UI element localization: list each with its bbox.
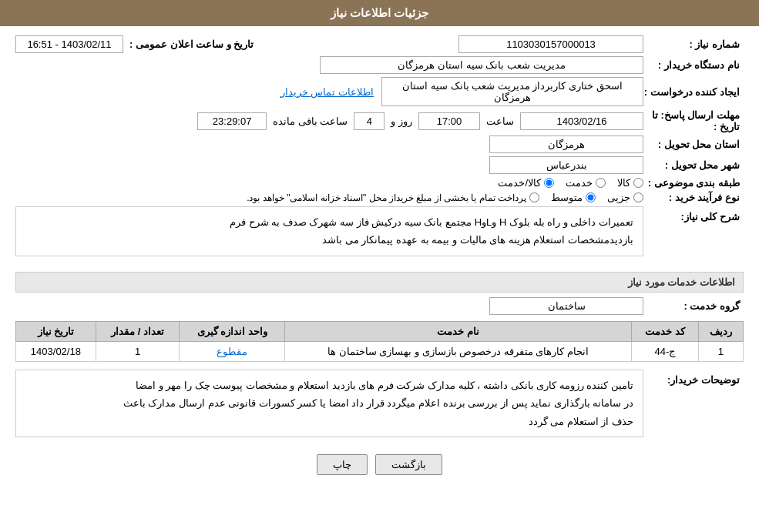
col-row-num: ردیف <box>698 321 743 341</box>
description-title: شرح کلی نیاز: <box>643 206 744 264</box>
print-button[interactable]: چاپ <box>317 454 368 475</box>
buyer-notes-line3: حذف از استعلام می گردد <box>25 413 633 430</box>
category-radio-group: کالا خدمت کالا/خدمت <box>498 177 643 189</box>
category-khedmat-label: خدمت <box>566 177 593 189</box>
category-kala-khedmat-radio[interactable] <box>544 178 554 188</box>
process-motavaset-radio[interactable] <box>586 192 596 202</box>
row-group: گروه خدمت : ساختمان <box>15 297 744 315</box>
province-label: استان محل تحویل : <box>643 139 744 150</box>
buyer-notes-label: توضیحات خریدار: <box>643 370 744 445</box>
description-section: شرح کلی نیاز: تعمیرات داخلی و راه بله بل… <box>15 206 744 264</box>
send-date-label: مهلت ارسال پاسخ: تا تاریخ : <box>643 109 744 132</box>
remaining-value: 23:29:07 <box>197 112 267 130</box>
creator-link[interactable]: اطلاعات تماس خریدار <box>280 86 374 98</box>
category-kala-label: کالا <box>617 177 630 189</box>
row-category: طبقه بندی موضوعی : کالا خدمت کالا/خدمت <box>15 177 744 189</box>
buyer-notes-section: توضیحات خریدار: تامین کننده رزومه کاری ب… <box>15 370 744 445</box>
service-table: ردیف کد خدمت نام خدمت واحد اندازه گیری ت… <box>15 321 744 362</box>
buyer-org-label: نام دستگاه خریدار : <box>643 59 744 71</box>
row-city: شهر محل تحویل : بندرعباس <box>15 156 744 174</box>
buyer-notes-line2: در سامانه بارگذاری نماید پس از بررسی برن… <box>25 394 633 412</box>
category-kala[interactable]: کالا <box>617 177 643 189</box>
process-jozii-radio[interactable] <box>633 192 643 202</box>
category-khedmat[interactable]: خدمت <box>566 177 606 189</box>
city-label: شهر محل تحویل : <box>643 159 744 171</box>
process-motavaset[interactable]: متوسط <box>551 192 596 203</box>
row-province: استان محل تحویل : هرمزگان <box>15 136 744 153</box>
page-container: جزئیات اطلاعات نیاز شماره نیاز : 1103030… <box>0 0 759 532</box>
col-date: تاریخ نیاز <box>16 321 96 341</box>
group-value: ساختمان <box>489 297 643 315</box>
process-jozii[interactable]: جزیی <box>607 192 643 203</box>
remaining-label: ساعت باقی مانده <box>273 115 348 127</box>
back-button[interactable]: بازگشت <box>375 454 442 475</box>
time-value: 17:00 <box>418 112 480 130</box>
service-info-title: اطلاعات خدمات مورد نیاز <box>15 272 744 293</box>
category-khedmat-radio[interactable] <box>596 178 606 188</box>
group-label: گروه خدمت : <box>643 300 744 312</box>
announce-label: تاریخ و ساعت اعلان عمومی : <box>129 38 254 50</box>
day-value: 4 <box>354 112 385 130</box>
process-jozii-label: جزیی <box>607 192 630 203</box>
col-service-code: کد خدمت <box>632 321 699 341</box>
category-label: طبقه بندی موضوعی : <box>643 177 744 189</box>
time-label: ساعت <box>486 115 514 127</box>
process-esnad-radio[interactable] <box>529 192 539 202</box>
process-esnad: پرداخت تمام یا بخشی از مبلغ خریداز محل "… <box>247 192 539 203</box>
process-radio-group: جزیی متوسط پرداخت تمام یا بخشی از مبلغ خ… <box>247 192 643 203</box>
need-number-label: شماره نیاز : <box>643 38 744 50</box>
col-quantity: تعداد / مقدار <box>96 321 180 341</box>
city-value: بندرعباس <box>489 156 643 174</box>
description-line1: تعمیرات داخلی و راه بله بلوک H وLوH مجتم… <box>25 213 633 231</box>
province-value: هرمزگان <box>489 136 643 153</box>
description-box: تعمیرات داخلی و راه بله بلوک H وLوH مجتم… <box>15 206 643 256</box>
buttons-row: بازگشت چاپ <box>15 454 744 475</box>
creator-label: ایجاد کننده درخواست : <box>643 86 744 98</box>
buyer-notes-box: تامین کننده رزومه کاری بانکی داشته ، کلی… <box>15 370 643 437</box>
date-value: 1403/02/16 <box>520 112 643 130</box>
category-kala-khedmat[interactable]: کالا/خدمت <box>498 177 554 189</box>
row-send-date: مهلت ارسال پاسخ: تا تاریخ : 1403/02/16 س… <box>15 109 744 132</box>
creator-value: اسحق ختاری کاربرداز مدیریت شعب بانک سیه … <box>381 77 643 106</box>
col-unit: واحد اندازه گیری <box>180 321 285 341</box>
process-motavaset-label: متوسط <box>551 192 583 203</box>
day-label: روز و <box>391 115 412 127</box>
page-title: جزئیات اطلاعات نیاز <box>331 6 428 19</box>
row-need-number: شماره نیاز : 1103030157000013 تاریخ و سا… <box>15 35 744 53</box>
row-process: نوع فرآیند خرید : جزیی متوسط پرداخت تمام… <box>15 192 744 203</box>
col-service-name: نام خدمت <box>285 321 632 341</box>
buyer-notes-line1: تامین کننده رزومه کاری بانکی داشته ، کلی… <box>25 376 633 394</box>
page-header: جزئیات اطلاعات نیاز <box>0 0 759 26</box>
buyer-org-value: مدیریت شعب بانک سیه استان هرمزگان <box>320 56 643 74</box>
process-label: نوع فرآیند خرید : <box>643 192 744 203</box>
need-number-value: 1103030157000013 <box>458 35 643 53</box>
table-row: 1ج-44انجام کارهای متفرقه درخصوص بازسازی … <box>16 341 744 361</box>
category-kala-khedmat-label: کالا/خدمت <box>498 177 541 189</box>
row-creator: ایجاد کننده درخواست : اسحق ختاری کاربردا… <box>15 77 744 106</box>
row-buyer-org: نام دستگاه خریدار : مدیریت شعب بانک سیه … <box>15 56 744 74</box>
description-line2: بازدیدمشخصات استعلام هزینه های مالیات و … <box>25 231 633 249</box>
content-area: شماره نیاز : 1103030157000013 تاریخ و سا… <box>0 26 759 484</box>
announce-value: 1403/02/11 - 16:51 <box>15 35 123 53</box>
service-table-header-row: ردیف کد خدمت نام خدمت واحد اندازه گیری ت… <box>16 321 744 341</box>
process-esnad-label: پرداخت تمام یا بخشی از مبلغ خریداز محل "… <box>247 192 526 203</box>
category-kala-radio[interactable] <box>633 178 643 188</box>
